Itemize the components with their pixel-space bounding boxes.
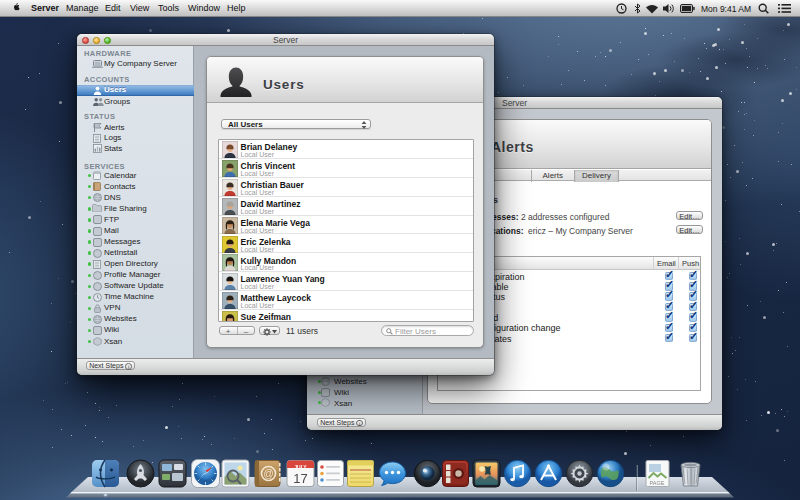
svg-text:17: 17 [293,471,307,486]
svg-text:PAGE: PAGE [650,480,665,486]
svg-text:@: @ [263,468,273,479]
svg-text:JULY: JULY [294,464,307,470]
